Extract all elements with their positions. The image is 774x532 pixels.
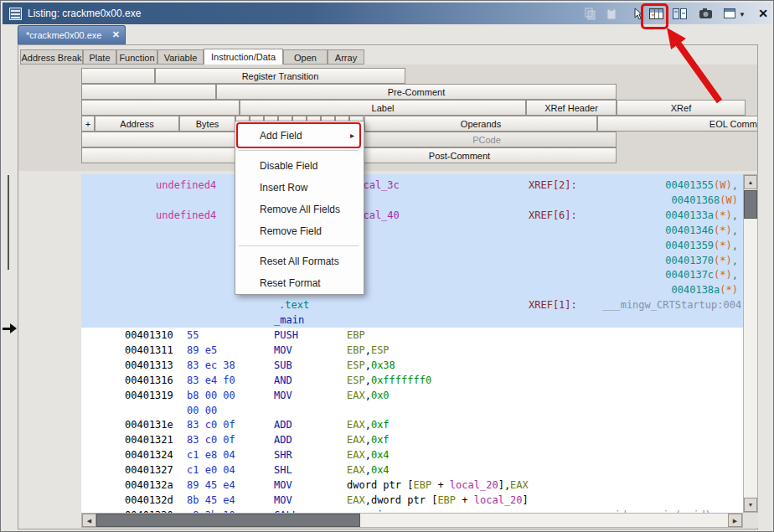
listing-row[interactable]: 00401319b8 00 00MOVEAX,0x0 — [81, 388, 743, 403]
format-tab-instruction-data[interactable]: Instruction/Data — [204, 49, 283, 65]
xref-list[interactable]: 0040138a(*) — [672, 284, 738, 296]
format-tab-function[interactable]: Function — [116, 49, 157, 65]
field-bytes[interactable]: Bytes — [179, 116, 235, 132]
menu-item-remove-all-fields[interactable]: Remove All Fields — [236, 199, 361, 220]
xref-list[interactable]: 0040133a(*), — [665, 209, 738, 221]
menu-item-insert-row[interactable]: Insert Row — [236, 177, 361, 199]
listing-field-ops: EBP,ESP — [347, 344, 390, 356]
format-tab-variable[interactable]: Variable — [157, 49, 204, 65]
listing-row[interactable]: .textXREF[1]:___mingw_CRTStartup:004 — [81, 297, 743, 312]
listing-field-mnem: ADD — [274, 419, 292, 431]
listing-row[interactable]: 0040131383 ec 38SUBESP,0x38 — [81, 358, 743, 373]
listing-field-addr: 0040131e — [125, 419, 173, 431]
xref-address[interactable]: , — [732, 240, 738, 251]
listing-row[interactable]: 0040131189 e5MOVEBP,ESP — [81, 343, 743, 358]
tab-close-icon[interactable]: ✕ — [112, 29, 120, 40]
menu-item-remove-field[interactable]: Remove Field — [236, 220, 361, 242]
listing-row[interactable]: 0040131e83 c0 0fADDEAX,0xf — [81, 417, 743, 432]
vertical-scrollbar[interactable]: ▲ ▼ — [743, 174, 758, 513]
field-register-transition[interactable]: Register Transition — [155, 68, 405, 84]
listing-row[interactable]: 0040131055PUSHEBP — [81, 328, 743, 343]
menu-item-reset-all-formats[interactable]: Reset All Formats — [236, 251, 361, 272]
xref-address[interactable]: 00401370 — [665, 255, 714, 266]
field-+[interactable]: + — [81, 116, 95, 132]
field-empty[interactable] — [81, 84, 216, 100]
xref-address[interactable]: 00401355 — [665, 179, 714, 191]
xref-address[interactable]: (*) — [714, 269, 732, 281]
xref-list[interactable]: 00401346(*), — [665, 225, 738, 236]
format-tab-address-break[interactable]: Address Break — [20, 49, 83, 65]
xref-address[interactable]: (W) — [714, 179, 732, 191]
listing-row[interactable]: 00401359(*), — [81, 238, 743, 253]
listing-row[interactable]: 0040132d8b 45 e4MOVEAX,dword ptr [EBP + … — [81, 493, 743, 508]
xref-address[interactable]: 0040137c — [665, 269, 714, 281]
xref-address[interactable]: 0040133a — [665, 209, 714, 221]
listing-row[interactable]: undefined4local_40XREF[6]:0040133a(*), — [81, 208, 743, 223]
copy-icon[interactable] — [580, 5, 601, 23]
xref-list[interactable]: 00401355(W), — [665, 179, 738, 191]
listing-field-ops: EAX,0xf — [347, 434, 390, 446]
paste-icon[interactable] — [602, 5, 622, 23]
field-empty[interactable] — [81, 100, 240, 116]
xref-address[interactable]: (*) — [714, 255, 732, 266]
listing-row[interactable]: 00401370(*), — [81, 253, 743, 268]
field-pcode[interactable]: PCode — [357, 132, 617, 147]
xref-address[interactable]: (W) — [720, 194, 738, 206]
xref-address[interactable]: (*) — [714, 240, 732, 251]
xref-address[interactable]: , — [732, 179, 738, 191]
menu-item-reset-format[interactable]: Reset Format — [236, 272, 361, 294]
field-pre-comment[interactable]: Pre-Comment — [216, 84, 617, 100]
field-address[interactable]: Address — [95, 116, 179, 132]
xref-address[interactable]: , — [732, 255, 738, 266]
listing-row[interactable]: 00401327c1 e0 04SHLEAX,0x4 — [81, 462, 743, 478]
xref-address[interactable]: , — [732, 269, 738, 281]
listing-row[interactable]: 00 00 — [81, 403, 743, 418]
listing-row[interactable]: _main — [81, 312, 743, 328]
field-eol-comment[interactable]: EOL Comment — [597, 116, 757, 132]
disassembly-listing[interactable]: undefined4local_3cXREF[2]:00401355(W),00… — [81, 174, 743, 513]
listing-row[interactable]: 00401368(W) — [81, 193, 743, 208]
xref-address[interactable]: 00401346 — [665, 225, 714, 236]
scroll-up-icon[interactable]: ▲ — [744, 175, 757, 189]
xref-list[interactable]: 00401368(W) — [672, 194, 738, 206]
xref-address[interactable]: 0040138a — [672, 284, 720, 296]
field-xref-header[interactable]: XRef Header — [526, 100, 617, 116]
horizontal-scrollbar[interactable]: ◀ ▶ — [81, 513, 743, 528]
format-tab-plate[interactable]: Plate — [83, 49, 116, 65]
listing-row[interactable]: undefined4local_3cXREF[2]:00401355(W), — [81, 178, 743, 193]
scroll-down-icon[interactable]: ▼ — [744, 498, 757, 512]
xref-list[interactable]: 00401359(*), — [665, 240, 738, 251]
listing-field-addr: 0040132a — [125, 479, 173, 491]
xref-list[interactable]: 0040137c(*), — [665, 269, 738, 281]
tab-crackme0x00[interactable]: *crackme0x00.exe ✕ — [18, 25, 126, 45]
horizontal-scrollbar-thumb[interactable] — [96, 514, 360, 527]
format-tab-array[interactable]: Array — [328, 49, 364, 65]
listing-field-addr: 00401327 — [125, 464, 173, 476]
listing-row[interactable]: 0040132183 c0 0fADDEAX,0xf — [81, 432, 743, 447]
listing-row[interactable]: 0040138a(*) — [81, 282, 743, 297]
window-close-icon[interactable]: ✕ — [753, 5, 773, 23]
listing-row[interactable]: 00401324c1 e8 04SHREAX,0x4 — [81, 447, 743, 462]
xref-address[interactable]: (*) — [714, 225, 732, 236]
xref-address[interactable]: (*) — [714, 209, 732, 221]
listing-field-addr: 00401311 — [125, 344, 173, 356]
xref-address[interactable]: 00401359 — [665, 240, 714, 251]
listing-row[interactable]: 0040132a89 45 e4MOVdword ptr [EBP + loca… — [81, 478, 743, 493]
xref-address[interactable]: 00401368 — [672, 194, 720, 206]
format-tab-open-data[interactable]: Open Data — [283, 49, 328, 65]
xref-address[interactable]: , — [732, 225, 738, 236]
field-empty[interactable] — [81, 68, 155, 84]
xref-address[interactable]: (*) — [720, 284, 738, 296]
xref-address[interactable]: , — [732, 209, 738, 221]
operand-part: , — [365, 449, 371, 461]
menu-item-disable-field[interactable]: Disable Field — [236, 155, 361, 177]
vertical-scrollbar-thumb[interactable] — [744, 190, 757, 219]
field-label[interactable]: Label — [240, 100, 526, 116]
listing-row[interactable]: 0040137c(*), — [81, 267, 743, 282]
xref-list[interactable]: 00401370(*), — [665, 255, 738, 266]
scroll-left-icon[interactable]: ◀ — [82, 514, 96, 527]
listing-row[interactable]: 00401346(*), — [81, 223, 743, 238]
field-operands[interactable]: Operands — [364, 116, 597, 132]
listing-row[interactable]: 0040131683 e4 f0ANDESP,0xfffffff0 — [81, 373, 743, 388]
scroll-right-icon[interactable]: ▶ — [728, 514, 742, 527]
